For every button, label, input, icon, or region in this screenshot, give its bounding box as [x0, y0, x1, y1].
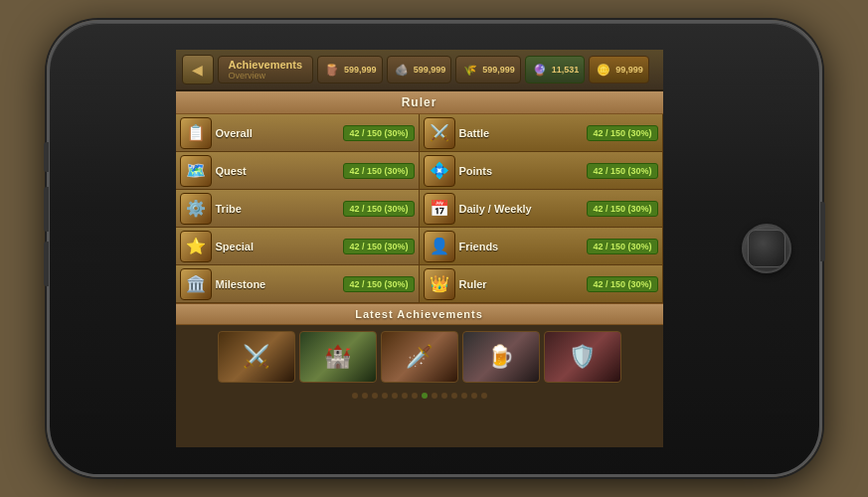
friends-progress: 42 / 150 (30%) — [587, 239, 657, 254]
phone-shell: Achievements Overview 🪵 599,999 🪨 599,99… — [47, 20, 822, 477]
overall-label: Overall — [216, 127, 340, 139]
achievement-row-ruler[interactable]: 👑 Ruler 42 / 150 (30%) — [420, 265, 663, 303]
latest-section-title: Latest Achievements — [176, 303, 663, 325]
thumb5-icon: 🛡️ — [545, 332, 620, 382]
home-button[interactable] — [742, 224, 791, 273]
dot-0 — [352, 393, 358, 399]
achievement-row-points[interactable]: 💠 Points 42 / 150 (30%) — [420, 152, 663, 190]
dot-4 — [392, 393, 398, 399]
special-label: Special — [216, 241, 340, 252]
ruler-icon: 👑 — [424, 268, 455, 300]
dot-7 — [422, 393, 428, 399]
power-button — [820, 202, 825, 261]
ruler-section-title: Ruler — [176, 91, 663, 114]
thumb1-icon: ⚔️ — [219, 332, 294, 382]
dot-2 — [372, 393, 378, 399]
achievement-row-overall[interactable]: 📋 Overall 42 / 150 (30%) — [176, 114, 420, 152]
points-icon: 💠 — [424, 155, 455, 187]
tribe-progress: 42 / 150 (30%) — [343, 201, 414, 217]
achievement-row-special[interactable]: ⭐ Special 42 / 150 (30%) — [176, 228, 420, 265]
dot-9 — [441, 393, 447, 399]
dot-8 — [432, 393, 437, 399]
friends-icon: 👤 — [424, 231, 455, 262]
latest-thumb-4[interactable]: 🍺 — [462, 331, 540, 383]
achievement-row-battle[interactable]: ⚔️ Battle 42 / 150 (30%) — [420, 114, 663, 152]
latest-thumbnails: ⚔️ 🏰 🗡️ 🍺 🛡️ — [176, 325, 663, 389]
dot-10 — [451, 393, 457, 399]
wood-value: 599,999 — [344, 65, 377, 75]
tribe-icon: ⚙️ — [180, 193, 212, 225]
resource-stone: 🪨 599,999 — [387, 56, 452, 83]
volume-up-button — [44, 187, 49, 232]
daily-weekly-progress: 42 / 150 (30%) — [587, 201, 657, 217]
gold-icon: 🪙 — [595, 61, 612, 79]
home-button-inner — [748, 230, 785, 267]
daily-weekly-icon: 📅 — [424, 193, 455, 225]
battle-icon: ⚔️ — [424, 117, 455, 149]
achievements-grid: 📋 Overall 42 / 150 (30%) ⚔️ Battle 42 / … — [176, 114, 663, 303]
quest-label: Quest — [216, 165, 340, 177]
food-value: 599,999 — [482, 65, 515, 75]
ruler-label: Ruler — [459, 278, 584, 290]
latest-thumb-1[interactable]: ⚔️ — [218, 331, 295, 383]
thumb2-icon: 🏰 — [300, 332, 376, 382]
special-ach-icon: ⭐ — [180, 231, 212, 262]
latest-thumb-5[interactable]: 🛡️ — [544, 331, 621, 383]
food-icon: 🌾 — [461, 61, 479, 79]
special-progress: 42 / 150 (30%) — [343, 239, 414, 254]
daily-weekly-label: Daily / Weekly — [459, 203, 584, 215]
tribe-label: Tribe — [216, 203, 340, 215]
latest-thumb-2[interactable]: 🏰 — [299, 331, 377, 383]
dot-11 — [461, 393, 467, 399]
phone-screen: Achievements Overview 🪵 599,999 🪨 599,99… — [176, 50, 663, 447]
header-subtitle: Overview — [229, 71, 303, 81]
header-title: Achievements — [229, 59, 303, 71]
milestone-progress: 42 / 150 (30%) — [343, 276, 414, 292]
back-button[interactable] — [182, 55, 214, 84]
achievement-row-friends[interactable]: 👤 Friends 42 / 150 (30%) — [420, 228, 663, 265]
wood-icon: 🪵 — [323, 61, 341, 79]
achievement-row-quest[interactable]: 🗺️ Quest 42 / 150 (30%) — [176, 152, 420, 190]
battle-label: Battle — [459, 127, 584, 139]
resource-gold: 🪙 99,999 — [589, 56, 649, 83]
volume-down-button — [44, 242, 49, 286]
friends-label: Friends — [459, 241, 584, 252]
points-label: Points — [459, 165, 584, 177]
milestone-label: Milestone — [216, 278, 340, 290]
volume-mute-button — [44, 142, 49, 172]
thumb3-icon: 🗡️ — [382, 332, 457, 382]
latest-section: Latest Achievements ⚔️ 🏰 🗡️ 🍺 🛡️ — [176, 303, 663, 403]
resource-food: 🌾 599,999 — [455, 56, 521, 83]
achievement-row-tribe[interactable]: ⚙️ Tribe 42 / 150 (30%) — [176, 190, 420, 228]
dot-12 — [471, 393, 477, 399]
app-header: Achievements Overview 🪵 599,999 🪨 599,99… — [176, 50, 663, 91]
dot-13 — [481, 393, 487, 399]
achievement-row-milestone[interactable]: 🏛️ Milestone 42 / 150 (30%) — [176, 265, 420, 303]
quest-icon: 🗺️ — [180, 155, 212, 187]
latest-thumb-3[interactable]: 🗡️ — [381, 331, 458, 383]
milestone-icon: 🏛️ — [180, 268, 212, 300]
points-progress: 42 / 150 (30%) — [587, 163, 657, 179]
resource-special: 🔮 11,531 — [525, 56, 586, 83]
dot-3 — [382, 393, 388, 399]
overall-progress: 42 / 150 (30%) — [343, 125, 414, 141]
achievement-row-daily-weekly[interactable]: 📅 Daily / Weekly 42 / 150 (30%) — [420, 190, 663, 228]
gold-value: 99,999 — [615, 65, 643, 75]
quest-progress: 42 / 150 (30%) — [343, 163, 414, 179]
dot-1 — [362, 393, 368, 399]
resource-wood: 🪵 599,999 — [317, 56, 383, 83]
stone-value: 599,999 — [414, 65, 446, 75]
special-icon: 🔮 — [531, 61, 549, 79]
header-title-box: Achievements Overview — [218, 56, 314, 83]
dot-5 — [402, 393, 408, 399]
thumb4-icon: 🍺 — [463, 332, 539, 382]
overall-icon: 📋 — [180, 117, 212, 149]
ruler-progress: 42 / 150 (30%) — [587, 276, 657, 292]
stone-icon: 🪨 — [393, 61, 411, 79]
dot-6 — [412, 393, 418, 399]
battle-progress: 42 / 150 (30%) — [587, 125, 657, 141]
special-value: 11,531 — [552, 65, 580, 75]
pagination-dots — [176, 389, 663, 403]
